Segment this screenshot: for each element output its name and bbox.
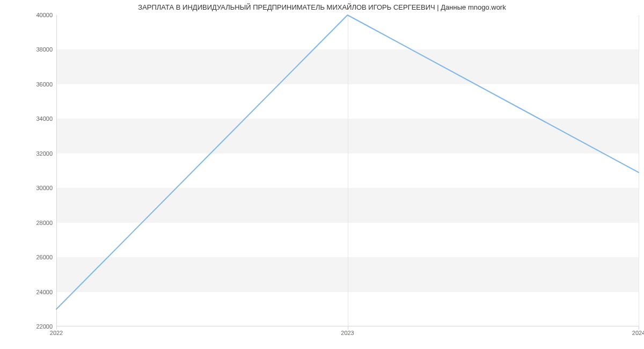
chart-container: ЗАРПЛАТА В ИНДИВИДУАЛЬНЫЙ ПРЕДПРИНИМАТЕЛ…	[0, 0, 644, 349]
y-tick-label: 32000	[4, 150, 53, 157]
y-tick-label: 34000	[4, 115, 53, 122]
line-series-layer	[56, 15, 639, 326]
x-tick-label: 2024	[632, 330, 644, 336]
y-tick-label: 26000	[4, 254, 53, 260]
grid-vertical	[639, 15, 639, 326]
y-tick-label: 38000	[4, 46, 53, 53]
y-tick-label: 28000	[4, 220, 53, 226]
y-tick-label: 40000	[4, 12, 53, 18]
y-tick-label: 22000	[4, 323, 53, 330]
plot-area	[56, 15, 639, 326]
y-tick-label: 24000	[4, 289, 53, 295]
chart-title: ЗАРПЛАТА В ИНДИВИДУАЛЬНЫЙ ПРЕДПРИНИМАТЕЛ…	[0, 3, 644, 11]
x-tick-label: 2023	[341, 330, 354, 336]
series-line	[56, 15, 639, 309]
y-tick-label: 30000	[4, 185, 53, 191]
x-tick-label: 2022	[50, 330, 63, 336]
y-tick-label: 36000	[4, 81, 53, 88]
